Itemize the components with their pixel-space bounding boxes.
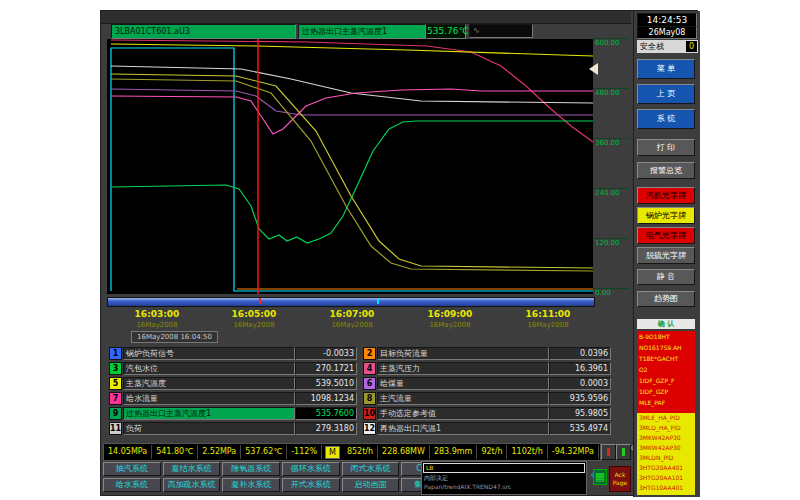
point-tag-field[interactable]: 3LBA01CT601.aU3 [111, 24, 296, 39]
alarm-tag[interactable]: 3HTG20AA401 [637, 463, 695, 473]
legend-value: 270.1721 [295, 362, 357, 375]
alarm-ack-bar[interactable]: 确 认 [637, 319, 695, 329]
status-value: 1102t/h [507, 445, 547, 459]
legend-label[interactable]: 主蒸汽温度 [123, 377, 295, 390]
alarm-tag[interactable]: 3MLDN_PID [637, 453, 695, 463]
x-tick-date: 16May2008 [233, 321, 274, 329]
system-button[interactable]: 凝结水系统 [163, 462, 221, 476]
green-marker-button[interactable] [616, 444, 631, 460]
alarm-tag[interactable]: 3MLE_HA_PID [637, 413, 695, 423]
legend-label[interactable]: 负荷 [123, 422, 295, 435]
sidebar-button-6[interactable]: 汽机光字牌 [637, 187, 695, 204]
alarm-tag[interactable]: 3MKW42AP30 [637, 433, 695, 443]
legend-row: 8主汽流量935.9596 [363, 392, 609, 404]
sidebar-button-9[interactable]: 脱硫光字牌 [637, 247, 695, 264]
x-tick-time: 16:07:00 [330, 309, 375, 319]
legend-row: 1锅炉负荷信号-0.0033 [109, 347, 355, 359]
y-tick-label: 600.00 [595, 39, 629, 47]
time-scrollbar[interactable] [107, 297, 595, 307]
legend-label[interactable]: 目标负荷流量 [377, 347, 549, 360]
system-button[interactable]: 启动画面 [342, 478, 400, 492]
system-button[interactable]: 开式水系统 [282, 478, 340, 492]
alarm-tag[interactable]: 1IDF_GZP_F [637, 375, 695, 386]
trace-3-green [111, 121, 593, 243]
green-marker-icon [622, 448, 625, 456]
y-tick-label: 360.00 [595, 139, 629, 147]
sidebar-button-11[interactable]: 趋势图 [637, 291, 695, 307]
alarm-tag[interactable]: NO1617S9.AH [637, 342, 695, 353]
system-button[interactable]: 除氧器系统 [222, 462, 280, 476]
grid-icon[interactable]: ▦ [593, 469, 607, 485]
sidebar-button-10[interactable]: 静 音 [637, 269, 695, 285]
console-input[interactable]: LB [423, 463, 585, 473]
value-marker-triangle[interactable] [589, 63, 598, 75]
legend-value: 0.0396 [549, 347, 611, 360]
alarm-tag[interactable]: 3MKW42AP30 [637, 443, 695, 453]
alarm-tag[interactable]: 3MLD_HA_PID [637, 423, 695, 433]
scrollbar-mark[interactable] [377, 298, 379, 304]
legend-label[interactable]: 手动选定参考值 [377, 407, 549, 420]
system-button[interactable]: 闭式水系统 [342, 462, 400, 476]
legend-row: 10手动选定参考值95.9805 [363, 407, 609, 419]
red-marker-button[interactable] [601, 444, 616, 460]
sidebar-button-8[interactable]: 电气光字牌 [637, 227, 695, 244]
legend-label[interactable]: 过热器出口主蒸汽温度1 [123, 407, 295, 420]
x-tick-date: 16May2008 [527, 321, 568, 329]
status-value: 14.05MPa [104, 445, 152, 459]
legend-label[interactable]: 给水流量 [123, 392, 295, 405]
y-tick-label: 240.00 [595, 189, 629, 197]
alarm-tag[interactable]: O2 [637, 364, 695, 375]
legend-label[interactable]: 主蒸汽压力 [377, 362, 549, 375]
system-button[interactable]: 凝补水系统 [222, 478, 280, 492]
legend-label[interactable]: 再热器出口汽温1 [377, 422, 549, 435]
console-info: 内部决定 [424, 474, 448, 483]
system-button[interactable]: 抽汽系统 [103, 462, 161, 476]
trace-5-yellow-flat [111, 44, 593, 56]
legend-label[interactable]: 主汽流量 [377, 392, 549, 405]
legend-color-square: 10 [363, 407, 376, 420]
legend-label[interactable]: 锅炉负荷信号 [123, 347, 295, 360]
legend-value: 1098.1234 [295, 392, 357, 405]
system-button[interactable]: 给水系统 [103, 478, 161, 492]
alarm-tag[interactable]: MLE_PAF [637, 397, 695, 408]
header-aux-box[interactable]: ∿ [469, 24, 533, 38]
red-marker-icon [607, 448, 610, 456]
alarm-tag[interactable]: T18E*GACHT [637, 353, 695, 364]
ack-page-button[interactable]: Ack Page [609, 466, 631, 492]
sidebar: 14:24:53 26May08 安全栈 0 菜 单上 页系 统打 印报警总览汽… [633, 11, 700, 497]
legend-row: 3汽包水位270.1721 [109, 362, 355, 374]
sidebar-button-3[interactable]: 系 统 [637, 109, 695, 129]
sidebar-button-1[interactable]: 菜 单 [637, 59, 695, 79]
legend-value: 95.9805 [549, 407, 611, 420]
sidebar-button-7[interactable]: 锅炉光字牌 [637, 207, 695, 224]
legend-label[interactable]: 汽包水位 [123, 362, 295, 375]
point-name-field[interactable]: 过热器出口主蒸汽温度1 [298, 24, 426, 39]
alarm-tag[interactable]: 3HTG20AA101 [637, 473, 695, 483]
status-value: 852t/h [343, 445, 378, 459]
system-button[interactable]: 高加疏水系统 [163, 478, 221, 492]
status-value: 283.9mm [430, 445, 478, 459]
x-tick-date: 16May2008 [136, 321, 177, 329]
legend-row: 11负荷279.3180 [109, 422, 355, 434]
x-tick-time: 16:03:00 [135, 309, 180, 319]
legend-row: 7给水流量1098.1234 [109, 392, 355, 404]
legend-label[interactable]: 给煤量 [377, 377, 549, 390]
sidebar-button-4[interactable]: 打 印 [637, 139, 695, 156]
y-axis-scale: 600.00480.00360.00240.00120.000.00 [593, 39, 631, 301]
point-value-field: 535.76℃ [426, 24, 466, 39]
x-tick-time: 16:11:00 [526, 309, 571, 319]
alarm-tag[interactable]: B-9O18HT [637, 331, 695, 342]
sidebar-button-2[interactable]: 上 页 [637, 84, 695, 104]
legend-color-square: 1 [109, 347, 122, 360]
scrollbar-mark[interactable] [259, 298, 261, 304]
status-value: 228.68MW [378, 445, 430, 459]
legend-color-square: 5 [109, 377, 122, 390]
legend-value: -0.0033 [295, 347, 357, 360]
alarm-tag[interactable]: 3HTG10AA401 [637, 483, 695, 493]
alarm-tag[interactable]: 1IDF_GZP [637, 386, 695, 397]
trace-8-olive [111, 79, 593, 271]
legend-row: 9过热器出口主蒸汽温度1535.7600 [109, 407, 355, 419]
system-button[interactable]: 循环水系统 [282, 462, 340, 476]
sidebar-button-5[interactable]: 报警总览 [637, 162, 695, 179]
trend-plot-area[interactable] [107, 39, 593, 294]
